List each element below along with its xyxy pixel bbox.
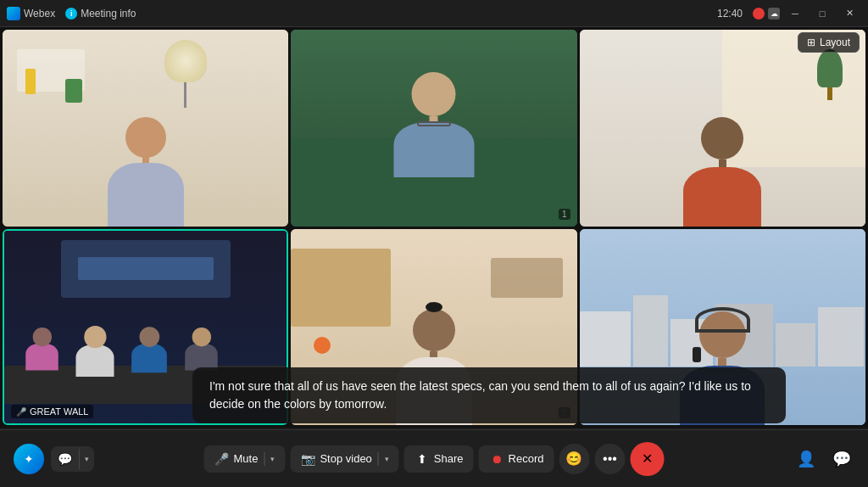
chat-icon: 💬 — [58, 452, 72, 466]
chat-button-group[interactable]: 💬 ▾ — [51, 446, 94, 472]
ai-assistant-button[interactable]: ✦ — [14, 444, 44, 474]
fruit — [314, 337, 331, 354]
app-title: Webex — [24, 8, 55, 20]
caption-box: I'm not sure that all of us have seen th… — [192, 367, 786, 423]
plant — [817, 49, 843, 100]
share-label: Share — [434, 452, 464, 465]
video-cell-1: 1 — [291, 30, 576, 227]
meeting-info-label: Meeting info — [81, 8, 136, 20]
clock: 12:40 — [717, 8, 743, 20]
titlebar-right: 12:40 ☁ ─ □ ✕ — [717, 5, 861, 22]
toolbar-right: 👤 💬 — [793, 446, 854, 472]
lamp-decoration — [160, 40, 211, 108]
minimize-button[interactable]: ─ — [783, 5, 807, 22]
scene-2 — [580, 30, 865, 227]
stop-video-button[interactable]: 📷 Stop video ▾ — [290, 445, 398, 473]
reactions-icon: 😊 — [565, 451, 582, 467]
cell-label-great-wall: 🎤 GREAT WALL — [11, 405, 93, 418]
more-icon: ••• — [603, 451, 617, 467]
layout-label: Layout — [820, 36, 850, 48]
cabinet — [291, 249, 391, 327]
scene-0 — [3, 30, 288, 227]
titlebar: Webex i Meeting info 12:40 ☁ ─ □ ✕ — [0, 0, 868, 27]
meeting-info-icon: i — [65, 8, 77, 20]
webex-icon — [7, 7, 20, 20]
participants-icon: 👤 — [797, 451, 815, 467]
video-icon: 📷 — [300, 451, 315, 467]
video-cell-0 — [3, 30, 288, 227]
mic-icon-great-wall: 🎤 — [16, 407, 26, 417]
more-options-button[interactable]: ••• — [594, 444, 625, 474]
chat-button[interactable]: 💬 — [51, 446, 79, 472]
messages-button[interactable]: 💬 — [829, 446, 854, 472]
record-label: Record — [509, 452, 544, 465]
share-icon: ⬆ — [415, 451, 430, 467]
toolbar-center: 🎤 Mute ▾ 📷 Stop video ▾ ⬆ Share ⏺ Record… — [204, 442, 665, 476]
end-call-icon: ✕ — [642, 451, 653, 467]
participants-button[interactable]: 👤 — [793, 446, 819, 472]
caption-text: I'm not sure that all of us have seen th… — [209, 379, 751, 411]
mic-icon: 🎤 — [214, 451, 230, 467]
layout-icon: ⊞ — [807, 36, 815, 48]
video-cell-2 — [580, 30, 865, 227]
background-screen — [61, 240, 231, 298]
mute-label: Mute — [234, 452, 259, 465]
cell-badge-1: 1 — [559, 209, 570, 220]
mute-caret[interactable]: ▾ — [270, 455, 275, 463]
reactions-button[interactable]: 😊 — [559, 444, 589, 474]
cloud-icon: ☁ — [768, 8, 780, 20]
glasses — [417, 121, 451, 126]
mute-divider — [264, 452, 264, 466]
record-icon: ⏺ — [489, 451, 504, 467]
meeting-info-button[interactable]: i Meeting info — [65, 8, 136, 20]
app-logo: Webex — [7, 7, 55, 20]
video-divider — [378, 452, 379, 466]
scene-1 — [291, 30, 576, 227]
toolbar: ✦ 💬 ▾ 🎤 Mute ▾ 📷 Stop video ▾ ⬆ Share — [0, 429, 868, 487]
record-button[interactable]: ⏺ Record — [479, 445, 554, 473]
recording-indicator — [753, 8, 765, 20]
share-button[interactable]: ⬆ Share — [404, 445, 474, 473]
close-button[interactable]: ✕ — [837, 5, 861, 22]
video-caret[interactable]: ▾ — [385, 455, 389, 463]
person-figure-0 — [108, 117, 184, 227]
toolbar-left: ✦ 💬 ▾ — [14, 444, 94, 474]
caption-overlay: I'm not sure that all of us have seen th… — [110, 367, 868, 423]
kitchen-item — [491, 258, 562, 297]
cell-label-text: GREAT WALL — [30, 406, 88, 417]
mute-button[interactable]: 🎤 Mute ▾ — [204, 445, 286, 473]
layout-button[interactable]: ⊞ Layout — [798, 32, 860, 53]
chat-dropdown-button[interactable]: ▾ — [79, 449, 94, 469]
end-call-button[interactable]: ✕ — [630, 442, 664, 476]
ai-icon: ✦ — [24, 452, 34, 466]
maximize-button[interactable]: □ — [810, 5, 834, 22]
titlebar-left: Webex i Meeting info — [7, 7, 136, 20]
stop-video-label: Stop video — [320, 452, 371, 465]
person-figure-2 — [683, 117, 761, 227]
messages-icon: 💬 — [832, 451, 851, 467]
